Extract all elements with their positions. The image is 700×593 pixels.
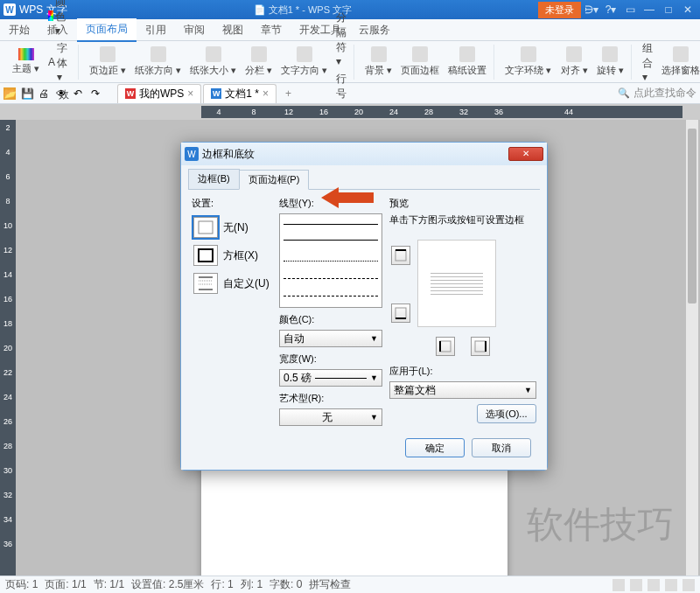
border-bottom-button[interactable] (391, 303, 410, 323)
preview-label: 预览 (389, 197, 536, 210)
selpane-button[interactable]: 选择窗格 (658, 45, 700, 79)
tab-border[interactable]: 边框(B) (188, 169, 240, 189)
undo-icon[interactable]: ↶ (74, 87, 86, 100)
zoom-icon[interactable] (682, 579, 695, 591)
menu-review[interactable]: 审阅 (175, 19, 214, 41)
font-button[interactable]: A字体 ▾ (45, 39, 74, 85)
opt-none[interactable]: 无(N) (192, 213, 272, 241)
rotate-button[interactable]: 旋转 ▾ (593, 45, 627, 79)
redo-icon[interactable]: ↷ (91, 87, 103, 100)
align-button[interactable]: 对齐 ▾ (557, 45, 592, 79)
width-combo[interactable]: 0.5 磅▼ (279, 369, 382, 387)
pageborder-button[interactable]: 页面边框 (397, 45, 443, 79)
doctab-doc1[interactable]: W文档1 *× (203, 84, 276, 103)
preview-box (389, 235, 521, 331)
box-icon (193, 245, 218, 266)
tab-page-border[interactable]: 页面边框(P) (239, 170, 310, 190)
newtab-button[interactable]: + (278, 87, 298, 100)
linetype-list[interactable] (279, 213, 382, 308)
menu-view[interactable]: 视图 (214, 19, 252, 41)
art-label: 艺术型(R): (279, 392, 382, 405)
vertical-ruler[interactable]: 24681012141618202224262830323436 (0, 120, 16, 576)
command-search[interactable]: 🔍 点此查找命令 (618, 86, 696, 101)
textdir-button[interactable]: 文字方向 ▾ (277, 45, 331, 79)
preview-page[interactable] (417, 240, 496, 327)
orient-button[interactable]: 纸张方向 ▾ (131, 45, 185, 79)
close-tab-icon[interactable]: × (262, 87, 269, 100)
vertical-scrollbar[interactable] (686, 120, 698, 576)
selpane-icon (673, 46, 689, 62)
apply-combo[interactable]: 整篇文档▼ (389, 381, 536, 399)
cancel-button[interactable]: 取消 (472, 438, 531, 457)
none-icon (193, 217, 218, 238)
size-button[interactable]: 纸张大小 ▾ (186, 45, 240, 79)
maximize-button[interactable]: □ (660, 3, 677, 16)
print-icon[interactable]: 🖨 (38, 87, 51, 100)
color-icon (48, 10, 53, 21)
status-spell[interactable]: 拼写检查 (309, 577, 351, 592)
open-icon[interactable]: 📂 (4, 87, 16, 100)
color-label: 颜色(C): (279, 313, 382, 326)
opt-custom[interactable]: 自定义(U) (192, 269, 272, 297)
login-button[interactable]: 未登录 (538, 2, 581, 18)
setting-label: 设置: (192, 197, 272, 210)
border-top-button[interactable] (391, 246, 410, 265)
menu-reference[interactable]: 引用 (136, 19, 175, 41)
menu-cloud[interactable]: 云服务 (350, 19, 399, 41)
align-icon (566, 46, 582, 62)
margin-button[interactable]: 页边距 ▾ (86, 45, 130, 79)
textdir-icon (297, 46, 312, 62)
border-left-button[interactable] (436, 337, 455, 356)
dialog-tabs: 边框(B) 页面边框(P) (188, 169, 540, 190)
custom-icon (193, 273, 218, 294)
status-bar: 页码: 1 页面: 1/1 节: 1/1 设置值: 2.5厘米 行: 1 列: … (0, 576, 700, 593)
status-pages[interactable]: 页面: 1/1 (45, 577, 86, 592)
status-section[interactable]: 节: 1/1 (94, 577, 124, 592)
close-tab-icon[interactable]: × (187, 87, 193, 100)
wrap-button[interactable]: 文字环绕 ▾ (501, 45, 555, 79)
scrollbar-thumb[interactable] (688, 129, 696, 303)
view-mode-icon[interactable] (630, 579, 642, 591)
horizontal-ruler[interactable]: 481216202428323644 (201, 106, 682, 118)
border-right-button[interactable] (471, 337, 490, 356)
close-button[interactable]: ✕ (679, 3, 696, 16)
dialog-close-button[interactable]: ✕ (508, 147, 543, 161)
status-page[interactable]: 页码: 1 (5, 577, 38, 592)
menu-start[interactable]: 开始 (0, 19, 38, 41)
dialog-titlebar[interactable]: W 边框和底纹 ✕ (181, 143, 547, 165)
theme-button[interactable]: 主题 ▾ (9, 46, 43, 77)
restore-button[interactable]: ▭ (621, 3, 639, 16)
view-mode-icon[interactable] (648, 579, 660, 591)
doctab-mywps[interactable]: W我的WPS× (117, 84, 201, 103)
preview-icon[interactable]: 👁 (56, 87, 68, 100)
wps-tab-icon: W (125, 88, 136, 99)
separator-button[interactable]: 分隔符 ▾ (332, 9, 350, 69)
menu-pagelayout[interactable]: 页面布局 (77, 18, 136, 42)
preview-hint: 单击下方图示或按钮可设置边框 (389, 213, 536, 227)
combine-button[interactable]: 组合 ▾ (639, 39, 656, 85)
view-mode-icon[interactable] (612, 579, 625, 591)
bg-icon (371, 46, 387, 62)
minimize-button[interactable]: — (640, 3, 658, 16)
paper-icon (459, 46, 475, 62)
column-button[interactable]: 分栏 ▾ (242, 45, 276, 79)
chevron-down-icon: ▼ (524, 386, 532, 394)
menu-chapter[interactable]: 章节 (252, 19, 290, 41)
art-combo[interactable]: 无▼ (279, 408, 382, 426)
ok-button[interactable]: 确定 (405, 438, 465, 457)
color-combo[interactable]: 自动▼ (279, 330, 382, 347)
wrap-icon (521, 46, 536, 62)
svg-rect-11 (440, 341, 451, 352)
options-button[interactable]: 选项(O)... (477, 404, 536, 423)
app-logo-icon: W (4, 3, 16, 16)
width-label: 宽度(W): (279, 352, 382, 366)
opt-box[interactable]: 方框(X) (192, 241, 272, 269)
settings-button[interactable]: ?▾ (602, 3, 620, 16)
paper-button[interactable]: 稿纸设置 (444, 45, 490, 79)
view-mode-icon[interactable] (665, 579, 677, 591)
help-button[interactable]: ⋻▾ (583, 3, 600, 16)
status-chars[interactable]: 字数: 0 (270, 577, 302, 592)
color-button[interactable]: 颜色 ▾ (45, 0, 74, 38)
save-icon[interactable]: 💾 (21, 87, 33, 100)
bg-button[interactable]: 背景 ▾ (361, 45, 396, 79)
